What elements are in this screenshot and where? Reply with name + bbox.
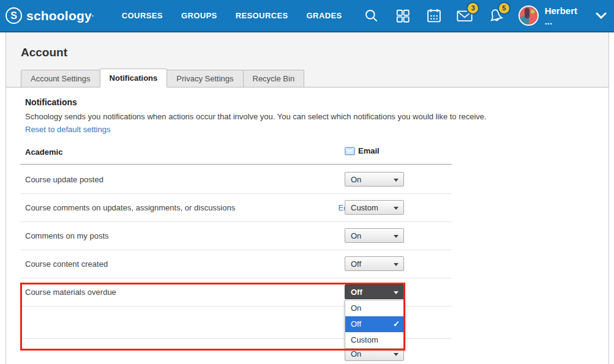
email-setting-select[interactable]: On [345,228,404,243]
schoology-s-icon: S [6,7,22,24]
account-panel: Account Account Settings Notifications P… [6,32,609,364]
app-grid-icon[interactable] [392,6,413,26]
email-setting-select[interactable]: On [345,172,404,187]
header-divider [20,164,452,165]
select-caret-icon [394,235,399,238]
section-heading: Notifications [25,97,77,107]
settings-tabs: Account Settings Notifications Privacy S… [21,69,304,87]
search-icon[interactable] [362,6,383,26]
email-setting-select-open[interactable]: Off [345,284,404,299]
tab-notifications[interactable]: Notifications [100,69,168,87]
email-column-label: Email [358,146,380,155]
notification-row: Comments on my posts On [20,221,452,250]
row-divider [20,278,452,278]
row-label: Comments on my posts [25,231,109,240]
panel-header: Account Account Settings Notifications P… [6,32,608,87]
section-description: Schoology sends you notifications when a… [25,112,487,121]
dropdown-option-custom[interactable]: Custom [345,332,405,348]
email-setting-select[interactable]: Custom [345,200,404,215]
notification-row: Course update posted On [20,165,452,193]
dropdown-option-on[interactable]: On [345,300,405,316]
nav-link-courses[interactable]: COURSES [113,0,172,31]
navbar-right-group: 3 5 Herbert ... [351,6,607,26]
calendar-icon[interactable] [424,6,444,26]
nav-link-groups[interactable]: GROUPS [172,0,227,31]
page-title: Account [21,46,67,59]
messages-icon[interactable]: 3 [455,6,476,26]
messages-badge: 3 [466,2,479,15]
brand-trademark: · [92,12,94,20]
main-nav: COURSES GROUPS RESOURCES GRADES [113,0,351,31]
email-envelope-icon [345,147,355,155]
tab-privacy-settings[interactable]: Privacy Settings [167,70,243,87]
top-navbar: S schoology · COURSES GROUPS RESOURCES G… [0,0,614,32]
category-header: Academic [25,147,62,157]
row-label: Course content created [25,259,108,269]
check-icon: ✓ [393,316,400,332]
nav-link-grades[interactable]: GRADES [298,0,351,31]
user-menu-chevron-down-icon[interactable] [596,12,607,20]
logo-letter: S [10,10,17,21]
email-setting-select[interactable]: Off [345,256,404,271]
select-caret-icon [394,291,399,294]
schoology-logo[interactable]: S schoology · [6,7,94,24]
notification-row: Course content created Off [20,250,452,278]
reset-defaults-link[interactable]: Reset to default settings [25,125,110,134]
row-label: Course update posted [25,175,103,184]
email-column-header: Email [345,146,380,155]
nav-link-resources[interactable]: RESOURCES [227,0,298,31]
row-divider [20,193,452,194]
notifications-bell-icon[interactable]: 5 [485,6,506,26]
notifications-content: Notifications Schoology sends you notifi… [6,87,608,364]
select-caret-icon [394,207,399,210]
tab-account-settings[interactable]: Account Settings [21,70,100,87]
select-dropdown-menu: On Off ✓ Custom [345,300,405,349]
select-caret-icon [394,353,399,356]
alerts-badge: 5 [498,2,511,15]
row-divider [20,221,452,222]
brand-text: schoology [26,9,92,23]
notification-row: Course comments on updates, assignments,… [20,193,452,221]
select-caret-icon [394,179,399,182]
dropdown-option-off-selected[interactable]: Off ✓ [345,316,405,332]
user-avatar[interactable] [519,6,539,26]
user-name[interactable]: Herbert ... [545,6,587,26]
tab-recycle-bin[interactable]: Recycle Bin [243,70,305,87]
row-label: Course comments on updates, assignments,… [25,203,235,212]
row-label: Course materials overdue [25,288,116,297]
select-caret-icon [394,263,399,266]
row-divider [20,250,452,250]
